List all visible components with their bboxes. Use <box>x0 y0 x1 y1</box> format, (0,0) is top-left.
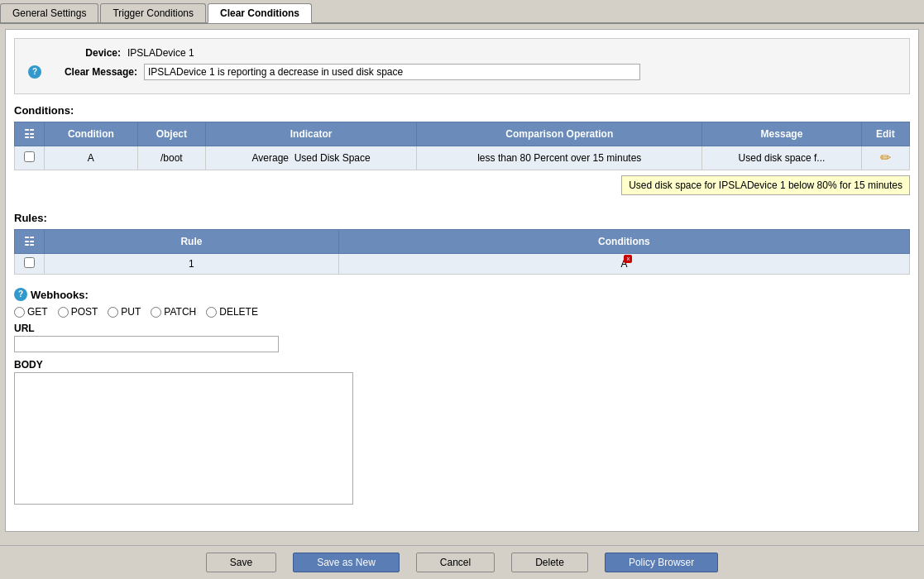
body-textarea[interactable] <box>14 372 353 505</box>
device-value: IPSLADevice 1 <box>127 47 194 59</box>
body-label: BODY <box>14 359 910 371</box>
help-icon: ? <box>28 65 41 79</box>
method-delete-label[interactable]: DELETE <box>206 306 258 318</box>
url-input[interactable] <box>14 336 279 352</box>
device-row: Device: IPSLADevice 1 <box>28 47 896 59</box>
rule-row-checkbox-cell <box>15 254 45 275</box>
rule-row-checkbox[interactable] <box>24 257 35 268</box>
condition-row-indicator: Average Used Disk Space <box>206 146 417 170</box>
method-patch-radio[interactable] <box>151 307 161 318</box>
method-put-radio[interactable] <box>108 307 118 318</box>
webhooks-help-icon: ? <box>14 288 27 301</box>
rules-section-header: Rules: <box>14 212 910 224</box>
edit-pencil-icon[interactable]: ✏ <box>877 150 893 166</box>
clear-message-input[interactable] <box>144 64 640 80</box>
rules-section: Rules: ☷ Rule Conditions 1 <box>14 212 910 275</box>
clear-message-label: Clear Message: <box>45 66 144 78</box>
method-put-label[interactable]: PUT <box>108 306 141 318</box>
condition-row-checkbox-cell <box>15 146 45 170</box>
webhooks-method-group: GET POST PUT PATCH DELETE <box>14 306 910 318</box>
condition-badge-a: Ax <box>620 258 627 270</box>
conditions-col-edit: Edit <box>861 122 909 146</box>
tooltip-box: Used disk space for IPSLADevice 1 below … <box>621 175 910 195</box>
add-condition-icon[interactable]: ☷ <box>22 126 38 142</box>
method-patch-label[interactable]: PATCH <box>151 306 196 318</box>
table-row: A /boot Average Used Disk Space less tha… <box>15 146 910 170</box>
rules-table-add-header: ☷ <box>15 230 45 254</box>
save-button[interactable]: Save <box>206 553 276 572</box>
method-post-label[interactable]: POST <box>58 306 98 318</box>
remove-condition-a-icon[interactable]: x <box>624 255 632 263</box>
conditions-col-object: Object <box>137 122 205 146</box>
rules-col-rule: Rule <box>45 230 339 254</box>
conditions-section-header: Conditions: <box>14 104 910 117</box>
webhooks-title: ? Webhooks: <box>14 288 910 301</box>
method-get-label[interactable]: GET <box>14 306 48 318</box>
rule-row-number: 1 <box>45 254 339 275</box>
tab-trigger-conditions[interactable]: Trigger Conditions <box>100 3 206 22</box>
footer-bar: Save Save as New Cancel Delete Policy Br… <box>0 545 924 579</box>
condition-row-message: Used disk space f... <box>702 146 861 170</box>
condition-row-edit[interactable]: ✏ <box>861 146 909 170</box>
tab-bar: General Settings Trigger Conditions Clea… <box>0 0 924 24</box>
rules-col-conditions: Conditions <box>338 230 909 254</box>
method-post-radio[interactable] <box>58 307 69 318</box>
rule-row-conditions: Ax <box>338 254 909 275</box>
tab-general-settings[interactable]: General Settings <box>0 3 98 22</box>
conditions-table: ☷ Condition Object Indicator Comparison … <box>14 122 910 170</box>
conditions-col-condition: Condition <box>45 122 138 146</box>
policy-browser-button[interactable]: Policy Browser <box>605 553 718 572</box>
cancel-button[interactable]: Cancel <box>416 553 495 572</box>
clear-message-row: ? Clear Message: <box>28 64 896 80</box>
add-rule-icon[interactable]: ☷ <box>22 233 38 250</box>
condition-row-checkbox[interactable] <box>24 151 35 162</box>
webhooks-label: Webhooks: <box>31 289 89 301</box>
conditions-col-comparison: Comparison Operation <box>417 122 702 146</box>
device-info-box: Device: IPSLADevice 1 ? Clear Message: <box>14 38 910 94</box>
conditions-col-message: Message <box>702 122 861 146</box>
save-as-new-button[interactable]: Save as New <box>293 553 400 572</box>
conditions-table-add-header: ☷ <box>15 122 45 146</box>
condition-row-comparison: less than 80 Percent over 15 minutes <box>417 146 702 170</box>
condition-row-object: /boot <box>137 146 205 170</box>
main-content: Device: IPSLADevice 1 ? Clear Message: C… <box>5 29 919 532</box>
webhooks-section: ? Webhooks: GET POST PUT PATCH DELETE UR… <box>14 288 910 505</box>
tab-clear-conditions[interactable]: Clear Conditions <box>208 3 312 23</box>
condition-row-condition: A <box>45 146 138 170</box>
table-row: 1 Ax <box>15 254 910 275</box>
device-label: Device: <box>28 47 127 59</box>
conditions-col-indicator: Indicator <box>206 122 417 146</box>
method-delete-radio[interactable] <box>206 307 217 318</box>
rules-table: ☷ Rule Conditions 1 Ax <box>14 229 910 275</box>
delete-button[interactable]: Delete <box>511 553 588 572</box>
method-get-radio[interactable] <box>14 307 25 318</box>
url-label: URL <box>14 323 910 334</box>
